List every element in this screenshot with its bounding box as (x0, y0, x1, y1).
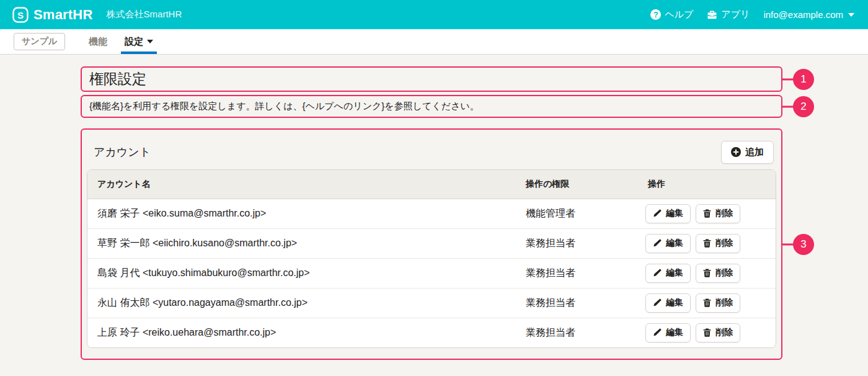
table-row: 上原 玲子 <reiko.uehara@smarthr.co.jp> 業務担当者… (87, 318, 776, 347)
edit-button-label: 編集 (666, 267, 683, 279)
edit-button[interactable]: 編集 (645, 234, 691, 253)
app-header: S SmartHR 株式会社SmartHR ? ヘルプ アプリ info@exa… (0, 0, 868, 29)
permission-cell: 業務担当者 (516, 318, 638, 347)
logo-wordmark: SmartHR (33, 7, 93, 23)
tab-settings[interactable]: 設定 (116, 29, 162, 54)
operations-cell: 編集 削除 (638, 199, 776, 228)
page-title: 権限設定 (89, 69, 146, 89)
annotation-connector (781, 243, 794, 245)
edit-button-label: 編集 (666, 327, 683, 338)
account-section-heading: アカウント (94, 145, 151, 159)
pencil-icon (653, 298, 662, 307)
chevron-down-icon (147, 40, 153, 43)
trash-icon (703, 269, 711, 277)
delete-button-label: 削除 (715, 297, 733, 308)
annotation-badge-1: 1 (793, 69, 814, 90)
tab-bar: サンプル 機能 設定 (0, 29, 868, 55)
help-link[interactable]: ? ヘルプ (650, 9, 693, 20)
page-description: {機能名}を利用する権限を設定します。詳しくは、{ヘルプへのリンク}を参照してく… (89, 101, 479, 112)
add-account-button-label: 追加 (745, 146, 764, 158)
pencil-icon (653, 209, 662, 218)
edit-button[interactable]: 編集 (645, 264, 691, 283)
table-row: 島袋 月代 <tukuyo.shimabukuro@smarthr.co.jp>… (87, 258, 776, 288)
accounts-table-card: アカウント名 操作の権限 操作 須磨 栄子 <eiko.suma@smarthr… (87, 169, 776, 348)
trash-icon (703, 209, 711, 218)
permission-cell: 業務担当者 (516, 258, 638, 288)
delete-button[interactable]: 削除 (696, 264, 740, 283)
tab-features[interactable]: 機能 (80, 29, 116, 54)
trash-icon (703, 298, 711, 307)
smarthr-logo-icon: S (12, 7, 29, 23)
svg-text:S: S (17, 9, 24, 20)
column-header-operations: 操作 (638, 170, 776, 199)
table-row: 草野 栄一郎 <eiichiro.kusano@smarthr.co.jp> 業… (87, 228, 776, 258)
delete-button-label: 削除 (715, 208, 733, 219)
account-name-cell: 永山 侑太郎 <yutaro.nagayama@smarthr.co.jp> (87, 288, 516, 318)
permission-cell: 業務担当者 (516, 288, 638, 318)
annotation-connector (781, 78, 794, 80)
annotation-box-account-section: アカウント 追加 アカウント名 操作の権限 操作 (81, 128, 782, 360)
briefcase-icon (707, 10, 717, 20)
delete-button[interactable]: 削除 (696, 293, 740, 313)
company-name: 株式会社SmartHR (107, 9, 182, 20)
delete-button[interactable]: 削除 (696, 323, 740, 342)
trash-icon (703, 328, 711, 337)
table-header-row: アカウント名 操作の権限 操作 (87, 170, 776, 199)
annotation-box-description: {機能名}を利用する権限を設定します。詳しくは、{ヘルプへのリンク}を参照してく… (81, 95, 782, 118)
apps-link-label: アプリ (721, 9, 750, 20)
account-name-cell: 島袋 月代 <tukuyo.shimabukuro@smarthr.co.jp> (87, 258, 516, 288)
tab-features-label: 機能 (89, 36, 107, 48)
chevron-down-icon (848, 13, 854, 17)
permission-cell: 機能管理者 (516, 199, 638, 228)
question-circle-icon: ? (650, 9, 661, 20)
operations-cell: 編集 削除 (638, 258, 776, 288)
pencil-icon (653, 239, 662, 248)
account-menu[interactable]: info@example.com (763, 9, 854, 20)
add-account-button[interactable]: 追加 (721, 141, 774, 164)
delete-button-label: 削除 (715, 327, 733, 338)
delete-button[interactable]: 削除 (696, 204, 740, 223)
pencil-icon (653, 269, 662, 277)
annotation-badge-2: 2 (793, 96, 814, 117)
pencil-icon (653, 328, 662, 337)
table-row: 須磨 栄子 <eiko.suma@smarthr.co.jp> 機能管理者 編集 (87, 199, 776, 228)
annotation-box-title: 権限設定 1 (81, 66, 782, 92)
help-link-label: ヘルプ (665, 9, 693, 20)
operations-cell: 編集 削除 (638, 288, 776, 318)
column-header-permission: 操作の権限 (516, 170, 638, 199)
account-email: info@example.com (763, 9, 843, 20)
annotation-connector (781, 105, 794, 107)
account-name-cell: 須磨 栄子 <eiko.suma@smarthr.co.jp> (87, 199, 516, 228)
account-name-cell: 上原 玲子 <reiko.uehara@smarthr.co.jp> (87, 318, 516, 347)
edit-button-label: 編集 (666, 208, 683, 219)
account-section-header: アカウント 追加 (87, 135, 776, 169)
edit-button[interactable]: 編集 (645, 204, 691, 223)
delete-button-label: 削除 (715, 267, 733, 279)
edit-button-label: 編集 (666, 297, 683, 308)
edit-button-label: 編集 (666, 238, 683, 249)
delete-button-label: 削除 (715, 238, 733, 249)
sample-chip: サンプル (14, 33, 65, 50)
edit-button[interactable]: 編集 (645, 293, 691, 313)
table-row: 永山 侑太郎 <yutaro.nagayama@smarthr.co.jp> 業… (87, 288, 776, 318)
apps-link[interactable]: アプリ (707, 9, 750, 20)
smarthr-logo[interactable]: S SmartHR (12, 7, 93, 23)
operations-cell: 編集 削除 (638, 228, 776, 258)
edit-button[interactable]: 編集 (645, 323, 691, 342)
plus-circle-icon (731, 147, 741, 157)
column-header-account-name: アカウント名 (87, 170, 516, 199)
trash-icon (703, 239, 711, 248)
main-content: 権限設定 1 {機能名}を利用する権限を設定します。詳しくは、{ヘルプへのリンク… (0, 55, 868, 360)
annotation-badge-3: 3 (793, 234, 814, 255)
operations-cell: 編集 削除 (638, 318, 776, 347)
accounts-table: アカウント名 操作の権限 操作 須磨 栄子 <eiko.suma@smarthr… (87, 170, 776, 347)
account-name-cell: 草野 栄一郎 <eiichiro.kusano@smarthr.co.jp> (87, 228, 516, 258)
tab-settings-label: 設定 (125, 36, 143, 48)
permission-cell: 業務担当者 (516, 228, 638, 258)
delete-button[interactable]: 削除 (696, 234, 740, 253)
